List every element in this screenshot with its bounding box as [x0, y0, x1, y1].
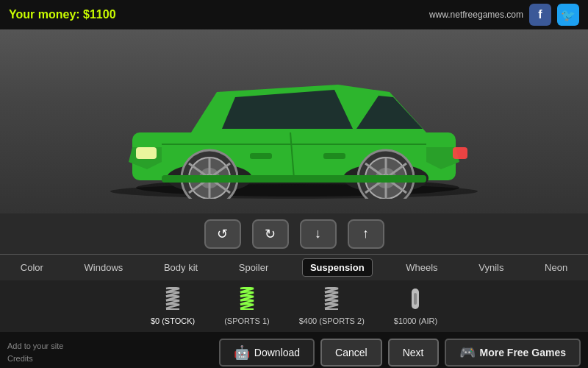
upgrade-row: $0 (STOCK)(SPORTS 1)$400 (SPORTS 2)$1000… — [0, 280, 588, 332]
upgrade-label-sports1: (SPORTS 1) — [224, 316, 270, 325]
upgrade-label-stock: $0 (STOCK) — [151, 316, 195, 325]
tab-neon[interactable]: Neon — [537, 259, 575, 276]
raise-button[interactable]: ↑ — [348, 219, 384, 249]
next-button[interactable]: Next — [388, 339, 439, 367]
android-icon: 🤖 — [234, 344, 250, 361]
credits-link[interactable]: Credits — [7, 353, 63, 365]
upgrade-label-sports2: $400 (SPORTS 2) — [299, 316, 365, 325]
svg-rect-34 — [414, 293, 417, 305]
redo-button[interactable]: ↻ — [252, 219, 289, 249]
category-tabs: ColorWindowsBody kitSpoilerSuspensionWhe… — [0, 254, 588, 280]
tab-color[interactable]: Color — [13, 259, 51, 276]
car-image — [88, 44, 500, 199]
svg-rect-25 — [162, 175, 426, 183]
site-url: www.netfreegames.com — [429, 10, 523, 20]
upgrade-sports2[interactable]: $400 (SPORTS 2) — [299, 287, 365, 325]
spring-icon-sports1 — [239, 287, 255, 314]
left-links: Add to your site Credits — [7, 340, 63, 364]
money-display: Your money: $1100 — [9, 8, 116, 21]
bottom-bar: Add to your site Credits 🤖 Download Canc… — [0, 332, 588, 368]
upgrade-sports1[interactable]: (SPORTS 1) — [224, 287, 270, 325]
svg-rect-5 — [250, 153, 272, 159]
gamepad-icon: 🎮 — [459, 344, 476, 361]
site-info: www.netfreegames.com f 🐦 — [429, 4, 579, 26]
tab-spoiler[interactable]: Spoiler — [232, 259, 276, 276]
spring-icon-stock — [165, 287, 181, 314]
twitter-icon[interactable]: 🐦 — [557, 4, 579, 26]
lower-button[interactable]: ↓ — [300, 219, 337, 249]
tab-suspension[interactable]: Suspension — [302, 258, 373, 277]
svg-rect-2 — [136, 147, 157, 159]
cancel-label: Cancel — [335, 347, 368, 358]
more-games-button[interactable]: 🎮 More Free Games — [445, 339, 581, 367]
facebook-icon[interactable]: f — [529, 4, 551, 26]
undo-button[interactable]: ↺ — [204, 219, 241, 249]
tab-bodykit[interactable]: Body kit — [157, 259, 205, 276]
top-bar: Your money: $1100 www.netfreegames.com f… — [0, 0, 588, 29]
more-games-label: More Free Games — [480, 347, 567, 358]
upgrade-stock[interactable]: $0 (STOCK) — [151, 287, 195, 325]
controls-row: ↺ ↻ ↓ ↑ — [0, 213, 588, 254]
svg-rect-6 — [323, 153, 345, 159]
tab-windows[interactable]: Windows — [77, 259, 131, 276]
next-label: Next — [403, 347, 424, 358]
svg-rect-3 — [453, 147, 467, 159]
spring-icon-sports2 — [323, 287, 340, 314]
download-label: Download — [254, 347, 300, 358]
upgrade-air[interactable]: $1000 (AIR) — [394, 287, 437, 325]
bottom-buttons: 🤖 Download Cancel Next 🎮 More Free Games — [219, 339, 581, 367]
tab-vynils[interactable]: Vynils — [471, 259, 511, 276]
tab-wheels[interactable]: Wheels — [398, 259, 445, 276]
upgrade-label-air: $1000 (AIR) — [394, 316, 437, 325]
car-area — [0, 29, 588, 213]
spring-icon-air — [407, 287, 423, 314]
add-to-site-link[interactable]: Add to your site — [7, 340, 63, 353]
cancel-button[interactable]: Cancel — [320, 339, 382, 367]
download-button[interactable]: 🤖 Download — [219, 339, 315, 367]
